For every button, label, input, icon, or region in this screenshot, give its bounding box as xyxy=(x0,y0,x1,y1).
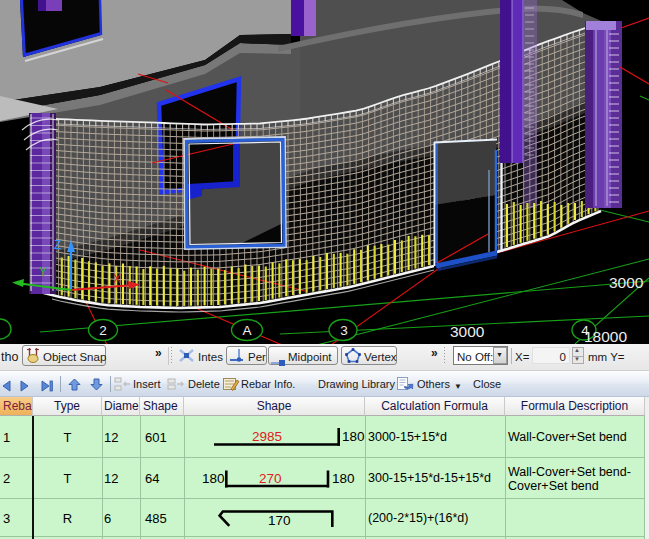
svg-text:270: 270 xyxy=(259,471,282,486)
svg-text:18000: 18000 xyxy=(584,328,627,344)
svg-text:Y: Y xyxy=(39,265,47,279)
svg-text:170: 170 xyxy=(268,513,291,528)
svg-text:180: 180 xyxy=(332,471,355,486)
svg-text:X: X xyxy=(113,272,121,286)
svg-text:3: 3 xyxy=(340,323,348,338)
svg-text:2985: 2985 xyxy=(252,429,282,444)
svg-text:2: 2 xyxy=(99,323,107,338)
svg-text:180: 180 xyxy=(202,471,225,486)
svg-text:3000: 3000 xyxy=(450,323,485,340)
svg-text:180: 180 xyxy=(342,429,365,444)
svg-text:A: A xyxy=(242,323,251,338)
svg-text:Z: Z xyxy=(54,238,61,252)
svg-text:3000: 3000 xyxy=(609,274,644,291)
